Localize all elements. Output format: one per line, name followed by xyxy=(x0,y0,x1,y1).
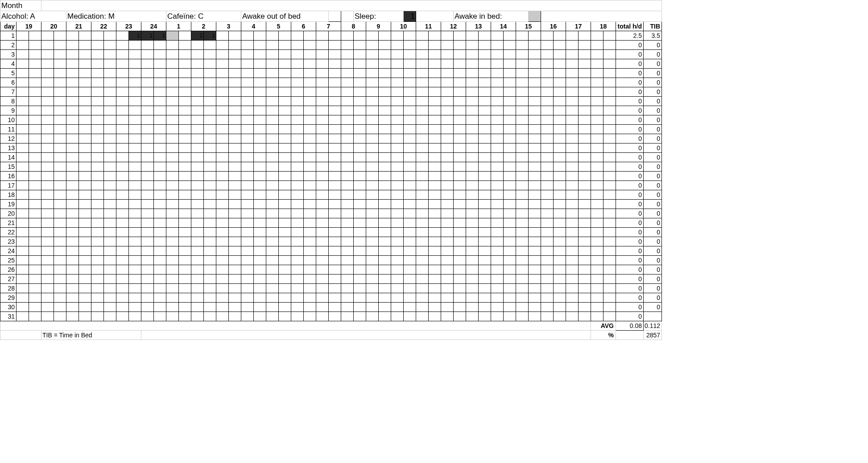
grid-cell[interactable] xyxy=(141,97,154,106)
grid-cell[interactable] xyxy=(416,78,429,87)
grid-cell[interactable] xyxy=(579,200,591,209)
grid-cell[interactable] xyxy=(416,181,429,190)
grid-cell[interactable] xyxy=(416,237,429,246)
grid-cell[interactable] xyxy=(204,106,216,115)
grid-cell[interactable] xyxy=(566,303,579,312)
grid-cell[interactable] xyxy=(154,59,166,69)
grid-cell[interactable] xyxy=(391,209,404,218)
grid-cell[interactable] xyxy=(416,312,429,321)
day-cell[interactable]: 21 xyxy=(0,218,17,228)
grid-cell[interactable] xyxy=(116,106,129,115)
grid-cell[interactable] xyxy=(29,265,41,275)
grid-cell[interactable] xyxy=(66,125,79,134)
grid-cell[interactable] xyxy=(204,237,216,246)
grid-cell[interactable] xyxy=(204,218,216,228)
grid-cell[interactable] xyxy=(479,153,491,162)
grid-cell[interactable] xyxy=(266,228,279,237)
grid-cell[interactable] xyxy=(154,172,166,181)
grid-cell[interactable] xyxy=(516,218,529,228)
grid-cell[interactable] xyxy=(541,97,554,106)
grid-cell[interactable] xyxy=(341,50,354,59)
grid-cell[interactable] xyxy=(141,303,154,312)
grid-cell[interactable] xyxy=(454,162,466,172)
grid-cell[interactable] xyxy=(91,200,104,209)
grid-cell[interactable] xyxy=(591,237,603,246)
grid-cell[interactable] xyxy=(154,303,166,312)
grid-cell[interactable] xyxy=(354,256,366,265)
grid-cell[interactable] xyxy=(391,59,404,69)
table-row[interactable]: 2200 xyxy=(0,228,662,237)
grid-cell[interactable] xyxy=(603,59,616,69)
grid-cell[interactable] xyxy=(179,41,191,50)
grid-cell[interactable] xyxy=(104,190,116,200)
grid-cell[interactable] xyxy=(129,125,141,134)
grid-cell[interactable] xyxy=(441,69,454,78)
grid-cell[interactable] xyxy=(116,246,129,256)
grid-cell[interactable] xyxy=(129,106,141,115)
grid-cell[interactable] xyxy=(104,59,116,69)
grid-cell[interactable] xyxy=(17,172,29,181)
grid-cell[interactable] xyxy=(416,293,429,303)
grid-cell[interactable] xyxy=(441,97,454,106)
grid-cell[interactable] xyxy=(454,237,466,246)
grid-cell[interactable] xyxy=(17,31,29,41)
total-cell[interactable]: 2.5 xyxy=(616,31,644,41)
grid-cell[interactable] xyxy=(579,143,591,153)
grid-cell[interactable] xyxy=(179,246,191,256)
grid-cell[interactable] xyxy=(179,97,191,106)
grid-cell[interactable] xyxy=(329,265,341,275)
grid-cell[interactable] xyxy=(129,209,141,218)
grid-cell[interactable] xyxy=(354,153,366,162)
grid-cell[interactable] xyxy=(579,237,591,246)
grid-cell[interactable] xyxy=(254,190,266,200)
grid-cell[interactable] xyxy=(516,172,529,181)
grid-cell[interactable] xyxy=(441,181,454,190)
grid-cell[interactable] xyxy=(603,134,616,143)
grid-cell[interactable] xyxy=(191,59,204,69)
grid-cell[interactable] xyxy=(554,312,566,321)
grid-cell[interactable] xyxy=(266,256,279,265)
grid-cell[interactable] xyxy=(541,69,554,78)
grid-cell[interactable] xyxy=(454,190,466,200)
grid-cell[interactable] xyxy=(579,97,591,106)
grid-cell[interactable] xyxy=(191,162,204,172)
grid-cell[interactable] xyxy=(254,41,266,50)
grid-cell[interactable] xyxy=(241,228,254,237)
grid-cell[interactable] xyxy=(216,106,229,115)
grid-cell[interactable] xyxy=(191,125,204,134)
total-cell[interactable]: 0 xyxy=(616,97,644,106)
total-cell[interactable]: 0 xyxy=(616,228,644,237)
grid-cell[interactable] xyxy=(179,172,191,181)
tib-cell[interactable]: 3.5 xyxy=(644,31,662,41)
grid-cell[interactable] xyxy=(466,31,479,41)
grid-cell[interactable] xyxy=(166,190,179,200)
grid-cell[interactable] xyxy=(204,181,216,190)
grid-cell[interactable] xyxy=(129,303,141,312)
grid-cell[interactable] xyxy=(579,312,591,321)
grid-cell[interactable] xyxy=(591,190,603,200)
grid-cell[interactable] xyxy=(229,246,241,256)
day-cell[interactable]: 24 xyxy=(0,246,17,256)
grid-cell[interactable] xyxy=(216,218,229,228)
grid-cell[interactable] xyxy=(491,181,504,190)
grid-cell[interactable] xyxy=(17,246,29,256)
grid-cell[interactable] xyxy=(429,153,441,162)
grid-cell[interactable] xyxy=(141,143,154,153)
grid-cell[interactable] xyxy=(341,97,354,106)
grid-cell[interactable] xyxy=(391,125,404,134)
grid-cell[interactable] xyxy=(554,41,566,50)
grid-cell[interactable] xyxy=(603,78,616,87)
grid-cell[interactable] xyxy=(29,284,41,293)
grid-cell[interactable] xyxy=(366,134,379,143)
grid-cell[interactable] xyxy=(229,209,241,218)
grid-cell[interactable] xyxy=(504,143,516,153)
total-cell[interactable]: 0 xyxy=(616,162,644,172)
grid-cell[interactable] xyxy=(316,125,329,134)
grid-cell[interactable] xyxy=(379,125,391,134)
grid-cell[interactable] xyxy=(516,209,529,218)
grid-cell[interactable] xyxy=(54,69,66,78)
grid-cell[interactable] xyxy=(266,41,279,50)
grid-cell[interactable] xyxy=(504,97,516,106)
grid-cell[interactable] xyxy=(266,181,279,190)
grid-cell[interactable] xyxy=(404,143,416,153)
